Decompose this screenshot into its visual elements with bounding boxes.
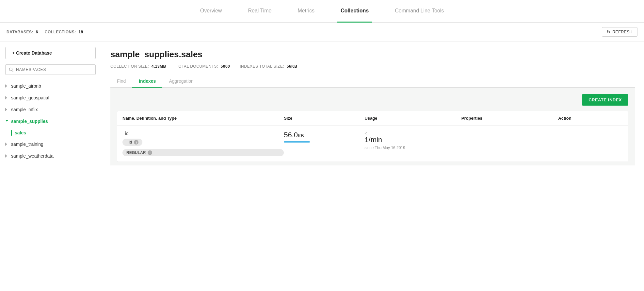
- sidebar: + Create Database sample_airbnb sample_g…: [0, 42, 101, 291]
- db-label: sample_mflix: [11, 107, 38, 112]
- create-index-bar: CREATE INDEX: [117, 94, 628, 106]
- db-label: sample_supplies: [11, 119, 48, 124]
- subtab-find[interactable]: Find: [110, 75, 132, 88]
- indexes-total-label: INDEXES TOTAL SIZE: 56KB: [240, 64, 297, 69]
- index-tag: _id i: [122, 139, 142, 146]
- chevron-right-icon: [5, 96, 8, 99]
- index-type-tag: REGULAR i: [122, 149, 284, 156]
- index-table: Name, Definition, and Type Size Usage Pr…: [117, 111, 628, 162]
- top-nav: Overview Real Time Metrics Collections C…: [0, 0, 644, 23]
- index-usage-rate: 1/min: [364, 136, 461, 144]
- db-label: sample_airbnb: [11, 83, 41, 89]
- stats-bar: DATABASES: 6 COLLECTIONS: 18 ↻ REFRESH: [0, 23, 644, 42]
- sidebar-item-sample_airbnb[interactable]: sample_airbnb: [0, 80, 101, 92]
- collection-size-value: 4.13MB: [152, 64, 166, 69]
- indexes-total-value: 56KB: [287, 64, 298, 69]
- collection-meta: COLLECTION SIZE: 4.13MB TOTAL DOCUMENTS:…: [110, 64, 635, 69]
- total-docs-value: 5000: [221, 64, 230, 69]
- info-icon[interactable]: i: [134, 140, 138, 145]
- sidebar-collection-sales[interactable]: sales: [0, 127, 101, 138]
- index-size-col: 56.0KB: [284, 131, 364, 143]
- col-header-size: Size: [284, 116, 364, 121]
- svg-line-1: [12, 71, 13, 72]
- databases-label: DATABASES: 6: [7, 30, 38, 34]
- databases-value: 6: [36, 30, 38, 34]
- search-icon: [9, 67, 13, 72]
- col-header-usage: Usage: [364, 116, 461, 121]
- sidebar-item-sample_geospatial[interactable]: sample_geospatial: [0, 92, 101, 104]
- total-docs-label: TOTAL DOCUMENTS: 5000: [176, 64, 230, 69]
- tab-overview[interactable]: Overview: [197, 0, 225, 23]
- sub-tabs: Find Indexes Aggregation: [110, 75, 635, 88]
- namespace-search[interactable]: [5, 64, 96, 75]
- refresh-button[interactable]: ↻ REFRESH: [602, 27, 637, 37]
- index-usage-since: since Thu May 16 2019: [364, 146, 461, 150]
- create-index-button[interactable]: CREATE INDEX: [582, 94, 628, 106]
- index-table-header: Name, Definition, and Type Size Usage Pr…: [117, 111, 628, 126]
- main-layout: + Create Database sample_airbnb sample_g…: [0, 42, 644, 291]
- col-header-name: Name, Definition, and Type: [122, 116, 284, 121]
- col-header-properties: Properties: [461, 116, 558, 121]
- db-label: sample_training: [11, 142, 43, 147]
- collection-title: sample_supplies.sales: [110, 49, 635, 60]
- type-info-icon[interactable]: i: [148, 150, 152, 155]
- refresh-icon: ↻: [607, 29, 610, 34]
- collections-value: 18: [78, 30, 83, 34]
- index-name: _id_: [122, 131, 284, 136]
- stats-left: DATABASES: 6 COLLECTIONS: 18: [7, 30, 83, 34]
- sidebar-item-sample_training[interactable]: sample_training: [0, 138, 101, 150]
- subtab-indexes[interactable]: Indexes: [132, 75, 162, 88]
- sidebar-item-sample_weatherdata[interactable]: sample_weatherdata: [0, 150, 101, 162]
- chevron-right-icon: [5, 84, 8, 88]
- index-tag-row: _id i: [122, 139, 284, 146]
- chevron-right-icon: [5, 143, 8, 146]
- index-size-num: 56.0: [284, 131, 298, 139]
- index-size-bar: [284, 141, 310, 143]
- index-area: CREATE INDEX Name, Definition, and Type …: [110, 88, 635, 165]
- tab-commandline[interactable]: Command Line Tools: [392, 0, 447, 23]
- db-label: sample_geospatial: [11, 95, 49, 100]
- table-row: _id_ _id i REGULAR i: [117, 126, 628, 162]
- sidebar-item-sample_supplies[interactable]: sample_supplies: [0, 115, 101, 127]
- index-size-unit: KB: [298, 133, 304, 138]
- refresh-label: REFRESH: [612, 29, 633, 34]
- tab-realtime[interactable]: Real Time: [245, 0, 275, 23]
- db-label: sample_weatherdata: [11, 153, 54, 159]
- create-database-button[interactable]: + Create Database: [5, 47, 96, 59]
- chevron-right-icon: [5, 154, 8, 158]
- subtab-aggregation[interactable]: Aggregation: [162, 75, 200, 88]
- active-bar: [11, 130, 12, 136]
- index-name-col: _id_ _id i REGULAR i: [122, 131, 284, 156]
- tab-metrics[interactable]: Metrics: [294, 0, 318, 23]
- main-content: sample_supplies.sales COLLECTION SIZE: 4…: [101, 42, 644, 291]
- col-header-action: Action: [558, 116, 623, 121]
- collection-label: sales: [15, 130, 26, 135]
- chevron-down-icon: [5, 120, 8, 123]
- index-usage-symbol: <: [364, 131, 461, 136]
- index-usage-col: < 1/min since Thu May 16 2019: [364, 131, 461, 150]
- collections-label: COLLECTIONS: 18: [45, 30, 83, 34]
- chevron-right-icon: [5, 108, 8, 111]
- sidebar-item-sample_mflix[interactable]: sample_mflix: [0, 104, 101, 115]
- collection-size-label: COLLECTION SIZE: 4.13MB: [110, 64, 166, 69]
- namespace-search-input[interactable]: [16, 67, 92, 72]
- tab-collections[interactable]: Collections: [337, 0, 372, 23]
